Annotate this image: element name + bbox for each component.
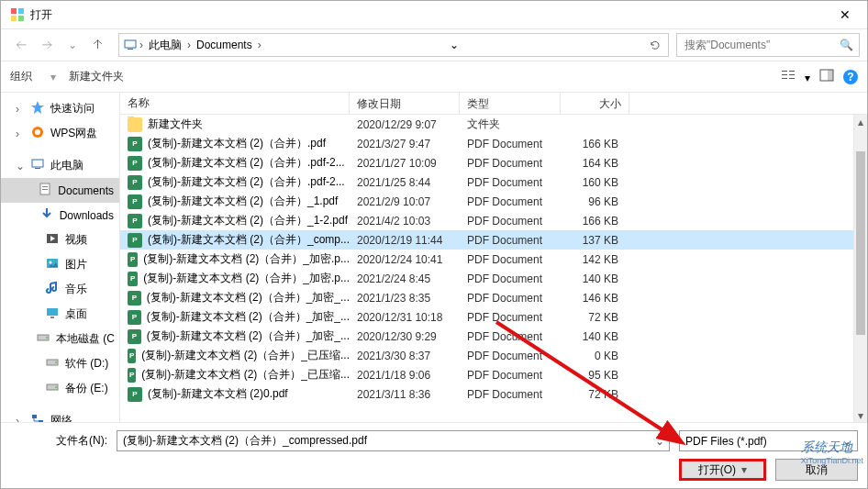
file-date: 2020/12/19 11:44	[350, 234, 460, 247]
file-size: 96 KB	[561, 195, 629, 208]
svg-rect-1	[18, 8, 24, 14]
search-box[interactable]: 🔍	[676, 33, 860, 57]
file-row[interactable]: P(复制)-新建文本文档 (2)（合并）.pdf-2...2021/1/27 1…	[120, 153, 867, 172]
file-row[interactable]: P(复制)-新建文本文档 (2)（合并）_comp...2020/12/19 1…	[120, 230, 867, 250]
sidebar-item[interactable]: 软件 (D:)	[1, 351, 119, 376]
sidebar-item[interactable]: ›网络	[1, 408, 119, 422]
file-row[interactable]: P(复制)-新建文本文档 (2)（合并）_1.pdf2021/2/9 10:07…	[120, 192, 867, 211]
sidebar-item[interactable]: 音乐	[1, 277, 119, 302]
breadcrumb-part[interactable]: 此电脑	[145, 36, 185, 55]
search-input[interactable]	[683, 38, 840, 52]
file-row[interactable]: P(复制)-新建文本文档 (2)（合并）_1-2.pdf2021/4/2 10:…	[120, 211, 867, 230]
history-dropdown[interactable]: ⌄	[60, 32, 85, 58]
file-row[interactable]: P(复制)-新建文本文档 (2)（合并）_已压缩...2021/3/30 8:3…	[120, 346, 867, 365]
col-size[interactable]: 大小	[561, 93, 629, 114]
breadcrumb[interactable]: › 此电脑 › Documents › ⌄	[118, 33, 669, 57]
search-icon[interactable]: 🔍	[840, 39, 853, 51]
filename-input[interactable]: (复制)-新建文本文档 (2)（合并）_compressed.pdf ⌄	[117, 430, 670, 451]
back-button[interactable]: 🡠	[8, 32, 34, 58]
chevron-down-icon[interactable]: ⌄	[655, 435, 664, 448]
sidebar-item[interactable]: 视频	[1, 228, 119, 252]
scrollbar[interactable]: ▴ ▾	[853, 115, 867, 422]
sidebar-label: 本地磁盘 (C	[56, 331, 115, 347]
sidebar-item[interactable]: ›快速访问	[1, 96, 119, 121]
sidebar-icon	[38, 182, 52, 199]
file-name: (复制)-新建文本文档 (2)（合并）_已压缩...	[141, 367, 350, 383]
col-name[interactable]: 名称	[120, 93, 350, 114]
file-row[interactable]: P(复制)-新建文本文档 (2)（合并）_加密_...2020/12/31 10…	[120, 307, 867, 327]
file-row[interactable]: P(复制)-新建文本文档 (2)（合并）_加密_...2021/1/23 8:3…	[120, 288, 867, 307]
sidebar-item[interactable]: ›WPS网盘	[1, 121, 119, 146]
sidebar-item[interactable]: ⌄此电脑	[1, 153, 119, 178]
breadcrumb-part[interactable]: Documents	[193, 37, 256, 53]
sidebar-icon	[30, 157, 45, 174]
file-type: PDF Document	[460, 388, 561, 401]
forward-button[interactable]: 🡢	[34, 32, 60, 58]
file-row[interactable]: 新建文件夹2020/12/29 9:07文件夹	[120, 115, 867, 134]
file-name: (复制)-新建文本文档 (2)（合并）.pdf-2...	[148, 155, 345, 171]
file-row[interactable]: P(复制)-新建文本文档 (2)（合并）.pdf2021/3/27 9:47PD…	[120, 134, 867, 153]
file-type-filter[interactable]: PDF Files (*.pdf) ⌄	[679, 430, 858, 451]
chevron-icon: ›	[16, 128, 25, 140]
pdf-icon: P	[128, 349, 136, 363]
help-icon[interactable]: ?	[843, 70, 858, 84]
file-row[interactable]: P(复制)-新建文本文档 (2)（合并）_加密_...2020/12/30 9:…	[120, 327, 867, 346]
sidebar-label: 网络	[50, 413, 72, 422]
file-row[interactable]: P(复制)-新建文本文档 (2)（合并）_加密.p...2021/2/24 8:…	[120, 269, 867, 288]
scrollbar-thumb[interactable]	[856, 151, 865, 335]
file-name: (复制)-新建文本文档 (2)（合并）_加密.p...	[143, 271, 350, 286]
refresh-icon[interactable]	[646, 38, 664, 52]
chevron-right-icon: ›	[258, 39, 262, 51]
sidebar-label: 音乐	[65, 282, 87, 297]
file-type: PDF Document	[460, 292, 561, 305]
file-list[interactable]: 新建文件夹2020/12/29 9:07文件夹P(复制)-新建文本文档 (2)（…	[120, 115, 867, 422]
file-type: PDF Document	[460, 350, 561, 362]
scroll-down-icon[interactable]: ▾	[854, 408, 867, 422]
open-button[interactable]: 打开(O) ▾	[679, 459, 766, 481]
dialog-body: ›快速访问›WPS网盘⌄此电脑DocumentsDownloads视频图片音乐桌…	[1, 93, 867, 422]
file-row[interactable]: P(复制)-新建文本文档 (2)（合并）_加密.p...2020/12/24 1…	[120, 250, 867, 269]
file-date: 2020/12/31 10:18	[350, 311, 460, 324]
toolbar: 组织 ▾ 新建文件夹 ▾ ?	[1, 61, 867, 93]
pdf-icon: P	[128, 291, 141, 306]
cancel-button[interactable]: 取消	[775, 459, 858, 481]
sidebar-item[interactable]: 图片	[1, 252, 119, 277]
preview-pane-icon[interactable]	[819, 69, 834, 84]
col-type[interactable]: 类型	[460, 93, 561, 114]
sidebar-item[interactable]: 桌面	[1, 302, 119, 327]
scroll-up-icon[interactable]: ▴	[854, 115, 867, 128]
chevron-icon: ›	[16, 415, 25, 423]
sidebar-item[interactable]: 本地磁盘 (C	[1, 327, 119, 351]
file-date: 2021/2/9 10:07	[350, 195, 460, 208]
up-button[interactable]: 🡡	[85, 32, 111, 58]
sidebar-item[interactable]: Downloads	[1, 203, 119, 228]
breadcrumb-dropdown[interactable]: ⌄	[450, 39, 459, 51]
file-row[interactable]: P(复制)-新建文本文档 (2)（合并）_已压缩...2021/1/18 9:0…	[120, 365, 867, 384]
pdf-icon: P	[128, 233, 142, 248]
sidebar-item[interactable]: 备份 (E:)	[1, 376, 119, 401]
file-date: 2021/3/27 9:47	[350, 138, 460, 150]
menu-dropdown-icon[interactable]: ▾	[50, 71, 56, 83]
file-row[interactable]: P(复制)-新建文本文档 (2)0.pdf2021/3/11 8:36PDF D…	[120, 384, 867, 404]
sidebar-label: 软件 (D:)	[65, 356, 108, 372]
sidebar-item[interactable]: Documents	[1, 178, 119, 203]
file-date: 2021/3/11 8:36	[350, 388, 460, 401]
file-type: PDF Document	[460, 253, 561, 266]
new-folder-button[interactable]: 新建文件夹	[69, 69, 124, 84]
open-button-label: 打开(O)	[698, 462, 736, 478]
view-options-icon[interactable]: ▾	[782, 69, 810, 84]
file-date: 2021/1/27 10:09	[350, 157, 460, 170]
file-name: (复制)-新建文本文档 (2)（合并）_加密_...	[147, 328, 350, 344]
sidebar-label: 视频	[65, 232, 87, 248]
chevron-down-icon[interactable]: ⌄	[842, 435, 851, 448]
col-date[interactable]: 修改日期	[350, 93, 460, 114]
organize-menu[interactable]: 组织	[10, 69, 32, 84]
svg-rect-20	[42, 186, 48, 187]
pdf-icon: P	[128, 214, 142, 228]
chevron-icon: ⌄	[16, 160, 25, 172]
file-row[interactable]: P(复制)-新建文本文档 (2)（合并）.pdf-2...2021/1/25 8…	[120, 172, 867, 192]
close-button[interactable]: ✕	[827, 1, 863, 28]
sidebar-icon	[39, 206, 54, 224]
sidebar-label: WPS网盘	[50, 126, 97, 141]
svg-point-33	[55, 386, 57, 388]
